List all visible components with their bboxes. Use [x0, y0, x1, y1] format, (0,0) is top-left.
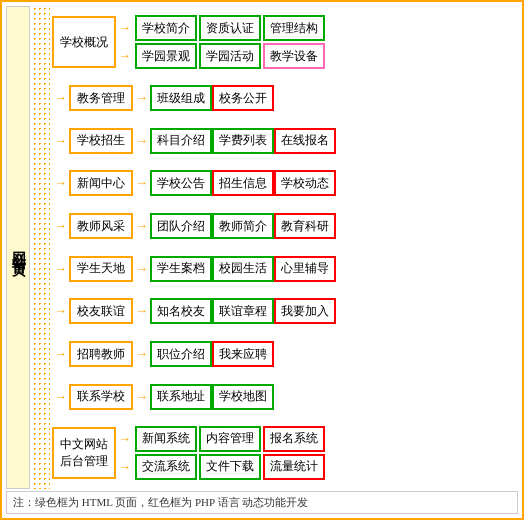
- level2-box: 流量统计: [263, 454, 325, 480]
- arrow-icon: →: [54, 218, 67, 234]
- menu-row-double: 中文网站 后台管理→新闻系统内容管理报名系统→交流系统文件下载流量统计: [52, 426, 518, 480]
- arrow-icon: →: [54, 389, 67, 405]
- level2-box: 团队介绍: [150, 213, 212, 239]
- level2-box: 资质认证: [199, 15, 261, 41]
- level2-box: 班级组成: [150, 85, 212, 111]
- outer-container: 网站首页 学校概况→学校简介资质认证管理结构→学园景观学园活动教学设备→教务管理…: [0, 0, 524, 520]
- level2-box: 我要加入: [274, 298, 336, 324]
- sub-row-1: →学校简介资质认证管理结构: [116, 15, 325, 41]
- arrow-icon: →: [135, 261, 148, 277]
- level2-box: 联谊章程: [212, 298, 274, 324]
- level2-box: 我来应聘: [212, 341, 274, 367]
- level1-box: 校友联谊: [69, 298, 133, 324]
- level2-box: 知名校友: [150, 298, 212, 324]
- level2-box: 学校简介: [135, 15, 197, 41]
- level1-box: 学校概况: [52, 16, 116, 68]
- sub-row-2: →交流系统文件下载流量统计: [116, 454, 325, 480]
- arrow-icon: →: [118, 431, 131, 447]
- dotted-border: [32, 6, 50, 489]
- arrow-icon: →: [135, 218, 148, 234]
- level1-box: 招聘教师: [69, 341, 133, 367]
- sub-row-2: →学园景观学园活动教学设备: [116, 43, 325, 69]
- arrow-icon: →: [135, 303, 148, 319]
- arrow-icon: →: [135, 90, 148, 106]
- arrow-icon: →: [54, 261, 67, 277]
- arrow-icon: →: [135, 133, 148, 149]
- level2-box: 报名系统: [263, 426, 325, 452]
- level2-box: 教学设备: [263, 43, 325, 69]
- level2-box: 校务公开: [212, 85, 274, 111]
- sub-row-1: →新闻系统内容管理报名系统: [116, 426, 325, 452]
- level1-box: 新闻中心: [69, 170, 133, 196]
- menu-row: →校友联谊→知名校友联谊章程我要加入: [52, 297, 518, 325]
- level1-box: 联系学校: [69, 384, 133, 410]
- level2-box: 学费列表: [212, 128, 274, 154]
- level2-box: 科目介绍: [150, 128, 212, 154]
- level1-box: 教师风采: [69, 213, 133, 239]
- menu-row: →教务管理→班级组成校务公开: [52, 84, 518, 112]
- rows-container: 学校概况→学校简介资质认证管理结构→学园景观学园活动教学设备→教务管理→班级组成…: [52, 6, 518, 489]
- level1-box: 教务管理: [69, 85, 133, 111]
- main-content: 网站首页 学校概况→学校简介资质认证管理结构→学园景观学园活动教学设备→教务管理…: [6, 6, 518, 489]
- arrow-icon: →: [54, 346, 67, 362]
- menu-row: →学生天地→学生案档校园生活心里辅导: [52, 255, 518, 283]
- level2-box: 内容管理: [199, 426, 261, 452]
- menu-row: →联系学校→联系地址学校地图: [52, 383, 518, 411]
- level2-box: 学校公告: [150, 170, 212, 196]
- arrow-icon: →: [54, 303, 67, 319]
- arrow-icon: →: [54, 90, 67, 106]
- level2-box: 心里辅导: [274, 256, 336, 282]
- arrow-icon: →: [54, 133, 67, 149]
- arrow-icon: →: [54, 175, 67, 191]
- footer-note: 注：绿色框为 HTML 页面，红色框为 PHP 语言 动态功能开发: [6, 491, 518, 514]
- level2-box: 招生信息: [212, 170, 274, 196]
- sub-rows: →新闻系统内容管理报名系统→交流系统文件下载流量统计: [116, 426, 325, 480]
- arrow-icon: →: [135, 346, 148, 362]
- level2-box: 校园生活: [212, 256, 274, 282]
- menu-row: →教师风采→团队介绍教师简介教育科研: [52, 212, 518, 240]
- vertical-title: 网站首页: [6, 6, 30, 489]
- level2-box: 职位介绍: [150, 341, 212, 367]
- level2-box: 在线报名: [274, 128, 336, 154]
- level2-box: 教育科研: [274, 213, 336, 239]
- menu-row: →招聘教师→职位介绍我来应聘: [52, 340, 518, 368]
- menu-row: →学校招生→科目介绍学费列表在线报名: [52, 127, 518, 155]
- level1-box: 中文网站 后台管理: [52, 427, 116, 479]
- level2-box: 学校地图: [212, 384, 274, 410]
- level2-box: 交流系统: [135, 454, 197, 480]
- level2-box: 联系地址: [150, 384, 212, 410]
- level2-box: 新闻系统: [135, 426, 197, 452]
- level1-box: 学生天地: [69, 256, 133, 282]
- level2-box: 学园景观: [135, 43, 197, 69]
- level1-box: 学校招生: [69, 128, 133, 154]
- level2-box: 教师简介: [212, 213, 274, 239]
- level2-box: 学生案档: [150, 256, 212, 282]
- arrow-icon: →: [118, 459, 131, 475]
- sub-rows: →学校简介资质认证管理结构→学园景观学园活动教学设备: [116, 15, 325, 69]
- level2-box: 管理结构: [263, 15, 325, 41]
- arrow-icon: →: [135, 175, 148, 191]
- arrow-icon: →: [135, 389, 148, 405]
- menu-row: →新闻中心→学校公告招生信息学校动态: [52, 169, 518, 197]
- arrow-icon: →: [118, 20, 131, 36]
- arrow-icon: →: [118, 48, 131, 64]
- level2-box: 学园活动: [199, 43, 261, 69]
- menu-row-double: 学校概况→学校简介资质认证管理结构→学园景观学园活动教学设备: [52, 15, 518, 69]
- level2-box: 学校动态: [274, 170, 336, 196]
- level2-box: 文件下载: [199, 454, 261, 480]
